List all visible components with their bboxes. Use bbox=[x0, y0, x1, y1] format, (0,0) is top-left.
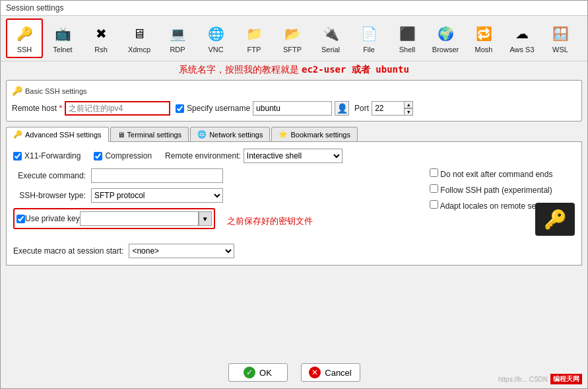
proto-mosh-icon: 🔁 bbox=[473, 23, 494, 44]
proto-telnet[interactable]: 📺 Telnet bbox=[44, 18, 81, 58]
basic-ssh-title: 🔑 Basic SSH settings bbox=[12, 86, 576, 96]
proto-ssh[interactable]: 🔑 SSH bbox=[6, 18, 43, 58]
proto-rsh-icon: ✖ bbox=[90, 23, 112, 44]
proto-serial[interactable]: 🔌 Serial bbox=[312, 18, 349, 58]
cancel-button[interactable]: ✕ Cancel bbox=[301, 363, 360, 382]
proto-mosh[interactable]: 🔁 Mosh bbox=[465, 18, 502, 58]
proto-file-label: File bbox=[363, 46, 375, 53]
execute-command-input[interactable] bbox=[91, 168, 223, 183]
basic-ssh-group: 🔑 Basic SSH settings Remote host * Speci… bbox=[6, 80, 582, 122]
execute-macro-row: Execute macro at session start: <none> bbox=[13, 244, 575, 258]
proto-ssh-icon: 🔑 bbox=[14, 23, 35, 44]
proto-awss3[interactable]: ☁ Aws S3 bbox=[504, 18, 540, 58]
proto-browser-label: Browser bbox=[432, 46, 459, 53]
remote-host-group: Remote host * bbox=[12, 101, 170, 116]
port-input[interactable] bbox=[372, 101, 405, 116]
proto-ftp[interactable]: 📁 FTP bbox=[236, 18, 273, 58]
proto-xdmcp[interactable]: 🖥 Xdmcp bbox=[121, 18, 158, 58]
remote-environment-select[interactable]: Interactive shell Bash Zsh Custom comman… bbox=[244, 149, 343, 163]
proto-ftp-icon: 📁 bbox=[244, 23, 265, 44]
proto-wsl[interactable]: 🪟 WSL bbox=[542, 18, 579, 58]
adv-row-2-wrapper: Execute command: SSH-browser type: SFTP … bbox=[13, 168, 575, 240]
private-key-input[interactable] bbox=[80, 211, 199, 226]
tab-network-label: Network settings bbox=[209, 131, 263, 139]
adapt-locales-checkbox[interactable] bbox=[430, 200, 438, 209]
use-private-key-label: Use private key bbox=[25, 214, 80, 223]
proto-xdmcp-label: Xdmcp bbox=[128, 46, 150, 53]
use-private-key-row: Use private key ▼ 之前保存好的密钥文件 bbox=[13, 208, 416, 234]
cancel-label: Cancel bbox=[325, 368, 351, 378]
basic-ssh-row: Remote host * Specify username 👤 Port bbox=[12, 101, 576, 116]
x11-forwarding-label: X11-Forwarding bbox=[24, 151, 81, 160]
proto-rdp-icon: 💻 bbox=[167, 23, 188, 44]
execute-macro-select[interactable]: <none> bbox=[129, 244, 234, 258]
proto-wsl-label: WSL bbox=[552, 46, 568, 53]
specify-username-checkbox[interactable] bbox=[176, 104, 184, 113]
proto-file-icon: 📄 bbox=[358, 23, 379, 44]
csdn-badge: 编程天网 bbox=[550, 374, 582, 384]
port-label: Port bbox=[354, 104, 369, 113]
tab-bookmark[interactable]: ⭐ Bookmark settings bbox=[271, 127, 357, 141]
do-not-exit-row: Do not exit after command ends bbox=[430, 168, 575, 179]
do-not-exit-label: Do not exit after command ends bbox=[440, 170, 552, 179]
specify-username-label: Specify username bbox=[187, 104, 250, 113]
remote-host-input[interactable] bbox=[65, 101, 170, 116]
proto-rsh-label: Rsh bbox=[94, 46, 108, 53]
do-not-exit-checkbox[interactable] bbox=[430, 168, 438, 177]
proto-sftp-icon: 📂 bbox=[282, 23, 303, 44]
follow-ssh-checkbox[interactable] bbox=[430, 184, 438, 193]
adv-row-1: X11-Forwarding Compression Remote enviro… bbox=[13, 149, 575, 163]
tab-network-icon: 🌐 bbox=[197, 130, 207, 139]
proto-sftp-label: SFTP bbox=[283, 46, 302, 53]
content-area: 系统名字，按照我的教程就是 ec2-user 或者 ubuntu 🔑 Basic… bbox=[1, 61, 587, 388]
tabs-row: 🔑 Advanced SSH settings 🖥 Terminal setti… bbox=[6, 127, 582, 142]
execute-command-label: Execute command: bbox=[13, 171, 86, 180]
watermark: https://b... CSDN 编程天网 bbox=[498, 374, 582, 384]
ssh-browser-select[interactable]: SFTP protocol SCP protocol bbox=[91, 188, 223, 203]
compression-label: Compression bbox=[105, 151, 152, 160]
x11-forwarding-checkbox[interactable] bbox=[13, 152, 22, 160]
tab-bookmark-icon: ⭐ bbox=[278, 130, 288, 139]
window-title: Session settings bbox=[6, 3, 63, 13]
compression-group: Compression bbox=[94, 151, 152, 160]
proto-sftp[interactable]: 📂 SFTP bbox=[274, 18, 311, 58]
proto-awss3-icon: ☁ bbox=[511, 23, 533, 44]
tabs-container: 🔑 Advanced SSH settings 🖥 Terminal setti… bbox=[6, 127, 582, 268]
ok-label: OK bbox=[259, 368, 272, 378]
private-key-group: Use private key ▼ bbox=[13, 208, 215, 229]
private-key-browse-button[interactable]: ▼ bbox=[199, 211, 212, 226]
user-icon-button[interactable]: 👤 bbox=[335, 101, 349, 116]
tab-network[interactable]: 🌐 Network settings bbox=[190, 127, 270, 141]
proto-shell[interactable]: ⬛ Shell bbox=[389, 18, 426, 58]
proto-browser-icon: 🌍 bbox=[435, 23, 456, 44]
port-spin-buttons: ▲ ▼ bbox=[404, 101, 413, 116]
execute-command-row: Execute command: bbox=[13, 168, 416, 183]
follow-ssh-label: Follow SSH path (experimental) bbox=[440, 186, 552, 195]
port-spin-down[interactable]: ▼ bbox=[404, 108, 413, 116]
proto-rsh[interactable]: ✖ Rsh bbox=[82, 18, 119, 58]
advanced-left-col: X11-Forwarding Compression Remote enviro… bbox=[13, 149, 575, 258]
session-settings-window: Session settings 🔑 SSH 📺 Telnet ✖ Rsh 🖥 … bbox=[0, 0, 588, 389]
proto-rdp[interactable]: 💻 RDP bbox=[159, 18, 196, 58]
tab-terminal[interactable]: 🖥 Terminal settings bbox=[110, 127, 189, 141]
proto-browser[interactable]: 🌍 Browser bbox=[427, 18, 464, 58]
username-input[interactable] bbox=[253, 101, 332, 116]
proto-ftp-label: FTP bbox=[247, 46, 261, 53]
execute-macro-label: Execute macro at session start: bbox=[13, 246, 123, 256]
tab-advanced-icon: 🔑 bbox=[13, 130, 22, 139]
tab-bookmark-label: Bookmark settings bbox=[290, 131, 350, 139]
watermark-text: https://b... CSDN bbox=[498, 376, 548, 383]
remote-host-label: Remote host * bbox=[12, 104, 62, 113]
proto-file[interactable]: 📄 File bbox=[350, 18, 387, 58]
port-spin-up[interactable]: ▲ bbox=[404, 101, 413, 108]
proto-serial-label: Serial bbox=[321, 46, 340, 53]
use-private-key-checkbox[interactable] bbox=[16, 215, 25, 223]
ok-button[interactable]: ✓ OK bbox=[228, 363, 288, 382]
compression-checkbox[interactable] bbox=[94, 152, 102, 160]
ssh-browser-row: SSH-browser type: SFTP protocol SCP prot… bbox=[13, 188, 416, 203]
remote-env-group: Remote environment: Interactive shell Ba… bbox=[165, 149, 343, 163]
tab-advanced[interactable]: 🔑 Advanced SSH settings bbox=[6, 127, 109, 142]
titlebar: Session settings bbox=[1, 1, 587, 16]
specify-username-group: Specify username 👤 bbox=[176, 101, 349, 116]
proto-vnc[interactable]: 🌐 VNC bbox=[197, 18, 234, 58]
